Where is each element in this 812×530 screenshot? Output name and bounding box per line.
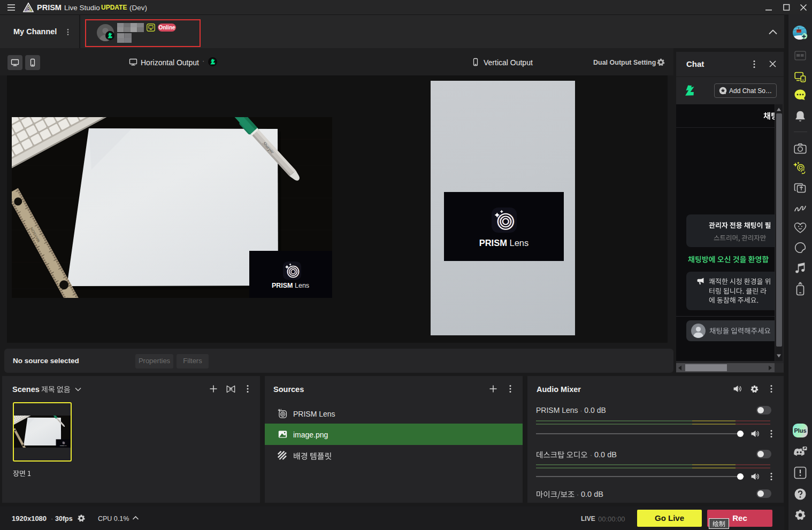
svg-text:PRISM Lens: PRISM Lens	[479, 238, 529, 248]
